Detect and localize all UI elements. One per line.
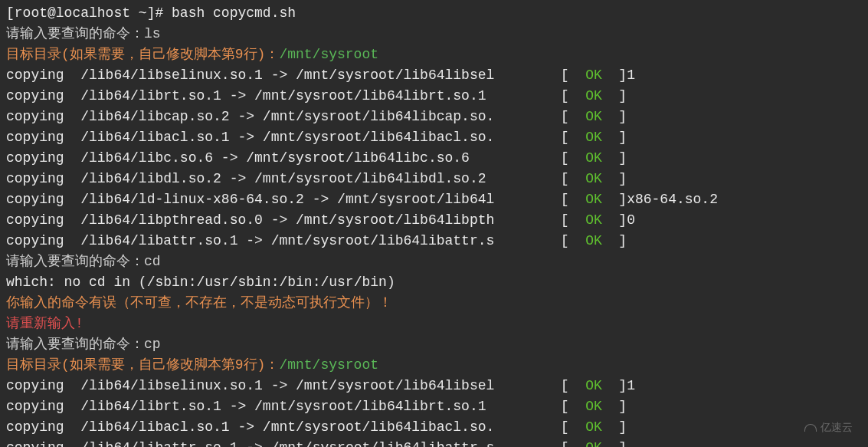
close-bracket-suffix: ] bbox=[602, 440, 627, 447]
copy-prefix: copying bbox=[6, 192, 80, 207]
copy-line: copying /lib64/libpthread.so.0 -> /mnt/s… bbox=[6, 210, 862, 231]
cloud-icon bbox=[804, 424, 817, 432]
copy-line: copying /lib64/libacl.so.1 -> /mnt/sysro… bbox=[6, 127, 862, 148]
close-bracket-suffix: ]x86-64.so.2 bbox=[602, 192, 718, 207]
copy-line: copying /lib64/libcap.so.2 -> /mnt/sysro… bbox=[6, 107, 862, 127]
copy-line: copying /lib64/libdl.so.2 -> /mnt/sysroo… bbox=[6, 169, 862, 189]
input-prompt-2: 请输入要查询的命令：cd bbox=[6, 251, 862, 272]
copy-path: /lib64/libacl.so.1 -> /mnt/sysroot/lib64… bbox=[80, 130, 561, 145]
copy-prefix: copying bbox=[6, 130, 80, 145]
close-bracket-suffix: ] bbox=[602, 109, 627, 124]
copy-line: copying /lib64/libc.so.6 -> /mnt/sysroot… bbox=[6, 148, 862, 169]
target-dir-value: /mnt/sysroot bbox=[279, 47, 378, 62]
copy-line: copying /lib64/libselinux.so.1 -> /mnt/s… bbox=[6, 376, 862, 396]
watermark: 亿速云 bbox=[804, 419, 853, 435]
ok-status: OK bbox=[585, 88, 602, 104]
close-bracket-suffix: ] bbox=[602, 130, 627, 145]
copy-prefix: copying bbox=[6, 88, 80, 104]
open-bracket: [ bbox=[561, 109, 585, 124]
ok-status: OK bbox=[585, 399, 602, 414]
ok-status: OK bbox=[585, 440, 602, 447]
copy-path: /lib64/libcap.so.2 -> /mnt/sysroot/lib64… bbox=[80, 109, 561, 124]
copy-prefix: copying bbox=[6, 109, 80, 124]
copy-path: /lib64/librt.so.1 -> /mnt/sysroot/lib64l… bbox=[80, 88, 561, 104]
ok-status: OK bbox=[585, 150, 602, 166]
error-line: 你输入的命令有误（不可查，不存在，不是动态可执行文件）！ bbox=[6, 293, 862, 314]
ok-status: OK bbox=[585, 67, 602, 83]
ok-status: OK bbox=[585, 233, 602, 248]
target-dir-label: 目标目录(如果需要，自己修改脚本第9行)： bbox=[6, 357, 279, 373]
input-prompt-3: 请输入要查询的命令：cp bbox=[6, 334, 862, 355]
close-bracket-suffix: ] bbox=[602, 150, 627, 166]
copy-prefix: copying bbox=[6, 171, 80, 186]
terminal-output: [root@localhost ~]# bash copycmd.sh 请输入要… bbox=[6, 3, 862, 447]
copy-prefix: copying bbox=[6, 233, 80, 248]
open-bracket: [ bbox=[561, 233, 585, 248]
close-bracket-suffix: ]1 bbox=[602, 378, 635, 393]
copy-prefix: copying bbox=[6, 67, 80, 83]
copy-prefix: copying bbox=[6, 399, 80, 414]
copy-path: /lib64/librt.so.1 -> /mnt/sysroot/lib64l… bbox=[80, 399, 561, 414]
copy-prefix: copying bbox=[6, 378, 80, 393]
which-error: which: no cd in (/sbin:/usr/sbin:/bin:/u… bbox=[6, 272, 862, 293]
copy-block-2: copying /lib64/libselinux.so.1 -> /mnt/s… bbox=[6, 376, 862, 447]
copy-path: /lib64/libattr.so.1 -> /mnt/sysroot/lib6… bbox=[80, 233, 561, 248]
close-bracket-suffix: ] bbox=[602, 233, 627, 248]
copy-path: /lib64/libacl.so.1 -> /mnt/sysroot/lib64… bbox=[80, 419, 561, 435]
close-bracket-suffix: ] bbox=[602, 419, 627, 435]
copy-line: copying /lib64/ld-linux-x86-64.so.2 -> /… bbox=[6, 189, 862, 210]
ok-status: OK bbox=[585, 109, 602, 124]
ok-status: OK bbox=[585, 212, 602, 228]
target-dir-line-2: 目标目录(如果需要，自己修改脚本第9行)：/mnt/sysroot bbox=[6, 355, 862, 376]
open-bracket: [ bbox=[561, 440, 585, 447]
copy-line: copying /lib64/libacl.so.1 -> /mnt/sysro… bbox=[6, 417, 862, 438]
open-bracket: [ bbox=[561, 171, 585, 186]
copy-path: /lib64/libattr so 1 -> /mnt/sysroot/lib6… bbox=[80, 440, 561, 447]
target-dir-line-1: 目标目录(如果需要，自己修改脚本第9行)：/mnt/sysroot bbox=[6, 44, 862, 65]
copy-path: /lib64/ld-linux-x86-64.so.2 -> /mnt/sysr… bbox=[80, 192, 561, 207]
copy-line: copying /lib64/libselinux.so.1 -> /mnt/s… bbox=[6, 65, 862, 86]
close-bracket-suffix: ]0 bbox=[602, 212, 635, 228]
close-bracket-suffix: ] bbox=[602, 171, 627, 186]
open-bracket: [ bbox=[561, 88, 585, 104]
copy-path: /lib64/libdl.so.2 -> /mnt/sysroot/lib64l… bbox=[80, 171, 561, 186]
ok-status: OK bbox=[585, 378, 602, 393]
copy-block-1: copying /lib64/libselinux.so.1 -> /mnt/s… bbox=[6, 65, 862, 251]
copy-prefix: copying bbox=[6, 440, 80, 447]
input-prompt-1: 请输入要查询的命令：ls bbox=[6, 24, 862, 44]
copy-path: /lib64/libpthread.so.0 -> /mnt/sysroot/l… bbox=[80, 212, 561, 228]
copy-prefix: copying bbox=[6, 212, 80, 228]
open-bracket: [ bbox=[561, 419, 585, 435]
copy-path: /lib64/libselinux.so.1 -> /mnt/sysroot/l… bbox=[80, 67, 561, 83]
copy-path: /lib64/libc.so.6 -> /mnt/sysroot/lib64li… bbox=[80, 150, 561, 166]
open-bracket: [ bbox=[561, 192, 585, 207]
copy-line: copying /lib64/libattr.so.1 -> /mnt/sysr… bbox=[6, 231, 862, 251]
copy-line: copying /lib64/librt.so.1 -> /mnt/sysroo… bbox=[6, 86, 862, 107]
copy-path: /lib64/libselinux.so.1 -> /mnt/sysroot/l… bbox=[80, 378, 561, 393]
target-dir-value: /mnt/sysroot bbox=[279, 357, 378, 373]
ok-status: OK bbox=[585, 130, 602, 145]
target-dir-label: 目标目录(如果需要，自己修改脚本第9行)： bbox=[6, 47, 279, 62]
open-bracket: [ bbox=[561, 399, 585, 414]
open-bracket: [ bbox=[561, 212, 585, 228]
ok-status: OK bbox=[585, 419, 602, 435]
open-bracket: [ bbox=[561, 67, 585, 83]
ok-status: OK bbox=[585, 171, 602, 186]
close-bracket-suffix: ] bbox=[602, 88, 627, 104]
ok-status: OK bbox=[585, 192, 602, 207]
copy-prefix: copying bbox=[6, 150, 80, 166]
close-bracket-suffix: ] bbox=[602, 399, 627, 414]
copy-line: copying /lib64/librt.so.1 -> /mnt/sysroo… bbox=[6, 396, 862, 417]
copy-line: copying /lib64/libattr so 1 -> /mnt/sysr… bbox=[6, 438, 862, 447]
open-bracket: [ bbox=[561, 150, 585, 166]
open-bracket: [ bbox=[561, 378, 585, 393]
prompt-line: [root@localhost ~]# bash copycmd.sh bbox=[6, 3, 862, 24]
open-bracket: [ bbox=[561, 130, 585, 145]
retry-line: 请重新输入! bbox=[6, 314, 862, 334]
close-bracket-suffix: ]1 bbox=[602, 67, 635, 83]
watermark-text: 亿速云 bbox=[821, 419, 853, 435]
copy-prefix: copying bbox=[6, 419, 80, 435]
